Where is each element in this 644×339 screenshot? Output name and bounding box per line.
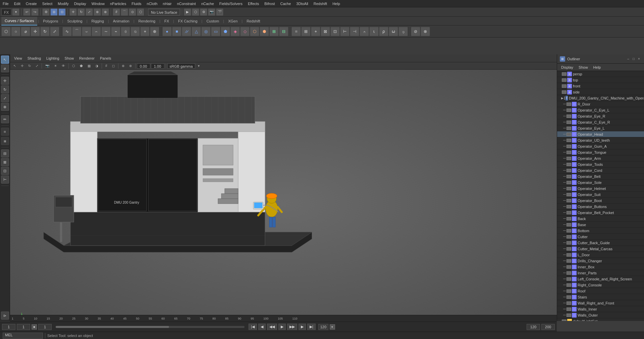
outliner-item-back[interactable]: ⬡Back [557, 216, 644, 222]
menu-select[interactable]: Select [40, 1, 55, 6]
timeline-range-bar[interactable] [56, 326, 245, 328]
next-frame-button[interactable]: ▶ [299, 324, 306, 330]
outliner-vis-35[interactable] [567, 283, 571, 287]
tb-scale[interactable]: ⤢ [86, 8, 93, 16]
shelf-op10[interactable]: ⍴ [379, 27, 388, 36]
vc-smooth[interactable]: ⬟ [78, 63, 85, 68]
tool-paint[interactable]: ✏ [1, 115, 9, 123]
outliner-item-drills-changer[interactable]: ⬡Drills_Changer [557, 258, 644, 264]
outliner-vis-40[interactable] [567, 314, 571, 317]
outliner-vis-39[interactable] [567, 308, 571, 311]
outliner-item-side[interactable]: ◉side [557, 89, 644, 95]
vc-light2[interactable]: ◑ [93, 63, 100, 68]
outliner-vis-8[interactable] [567, 121, 571, 124]
menu-display[interactable]: Display [71, 1, 89, 6]
tb-cam2[interactable]: 🎬 [216, 8, 223, 16]
undo-button[interactable]: ↩ [23, 8, 31, 16]
outliner-vis-15[interactable] [567, 163, 571, 166]
outliner-close[interactable]: × [637, 57, 641, 61]
tool-misc[interactable]: ⊳ [1, 312, 9, 320]
no-live-surface-button[interactable]: No Live Surface [148, 9, 180, 15]
menu-edit[interactable]: Edit [11, 1, 23, 6]
outliner-item-wall-right-and-front[interactable]: ⬡Wall_Right_and_Front [557, 300, 644, 306]
outliner-vis-38[interactable] [567, 301, 571, 305]
tb-btn-4[interactable]: ⊕ [94, 8, 101, 16]
tool-scale[interactable]: ⤢ [1, 94, 9, 102]
outliner-vis-17[interactable] [567, 175, 571, 178]
outliner-vis-0[interactable] [562, 72, 567, 76]
tab-xgen[interactable]: XGen [225, 17, 241, 25]
outliner-item-operator-head[interactable]: ⬡Operator_Head [557, 131, 644, 137]
outliner-item-base[interactable]: ⬡Base [557, 222, 644, 228]
outliner-item-operator-buttons[interactable]: ⬡Operator_Buttons [557, 204, 644, 210]
tab-curves-surfaces[interactable]: Curves / Surfaces [1, 17, 37, 25]
outliner-item-roof[interactable]: ⬡Roof [557, 288, 644, 294]
shelf-disc[interactable]: ⬟ [221, 27, 230, 36]
shelf-misc2[interactable]: ⊗ [421, 27, 430, 36]
play-back-button[interactable]: ◀◀ [267, 324, 277, 330]
outliner-item-inner-parts[interactable]: ⬡Inner_Parts [557, 270, 644, 276]
render-settings[interactable]: ⚙ [200, 8, 207, 16]
ol-menu-show[interactable]: Show [576, 65, 591, 70]
outliner-vis-41[interactable] [562, 320, 567, 321]
shelf-op1[interactable]: ⌗ [291, 27, 301, 36]
outliner-vis-14[interactable] [567, 157, 571, 160]
outliner-item-cutter[interactable]: ⬡Cutter [557, 234, 644, 240]
outliner-vis-19[interactable] [567, 187, 571, 190]
outliner-item-operator-boot[interactable]: ⬡Operator_Boot [557, 198, 644, 204]
outliner-vis-29[interactable] [567, 247, 571, 251]
shelf-op2[interactable]: ⊞ [301, 27, 311, 36]
outliner-item-operator-cord[interactable]: ⬡Operator_Cord [557, 167, 644, 174]
menu-fields[interactable]: Fields/Solvers [217, 1, 245, 6]
outliner-vis-18[interactable] [567, 181, 571, 184]
snap-surface[interactable]: ⬡ [137, 8, 144, 16]
vp-menu-shading[interactable]: Shading [25, 56, 44, 61]
shelf-cylinder[interactable]: ⌭ [182, 27, 191, 36]
render-btn[interactable]: ▶ [184, 8, 191, 16]
tab-fx[interactable]: FX [161, 17, 172, 25]
tool-rotate[interactable]: ↻ [1, 85, 9, 93]
outliner-item-operator-helmet[interactable]: ⬡Operator_Helmet [557, 186, 644, 192]
vc-gamma-select[interactable]: sRGB gamma [167, 63, 195, 69]
outliner-item-operator-ud-teeth[interactable]: ⬡Operator_UD_teeth [557, 137, 644, 143]
scene-canvas[interactable]: DMU 200 Gantry X Y Z [10, 70, 557, 321]
vc-val2[interactable]: 1.00 [151, 63, 164, 69]
tab-custom[interactable]: Custom [203, 17, 222, 25]
tool-transform[interactable]: ⊕ [1, 103, 9, 111]
outliner-item-walls-inner[interactable]: ⬡Walls_Inner [557, 306, 644, 312]
outliner-vis-30[interactable] [567, 253, 571, 257]
outliner-item-operator-eye-r[interactable]: ⬡Operator_Eye_R [557, 113, 644, 119]
shelf-surface5[interactable]: ⊞ [269, 27, 279, 36]
outliner-content[interactable]: ◉persp◉top◉front◉side▶▼DMU_200_Gantry_CN… [557, 71, 644, 321]
outliner-item-operator-eye-l[interactable]: ⬡Operator_Eye_L [557, 125, 644, 131]
menu-bifrost[interactable]: Bifrost [262, 1, 277, 6]
outliner-item-operator-belt-pocket[interactable]: ⬡Operator_Belt_Pocket [557, 210, 644, 216]
vc-val1[interactable]: 0.00 [137, 63, 150, 69]
shelf-curve2[interactable]: ⌒ [72, 27, 82, 36]
vc-camera-icon[interactable]: 📷 [43, 63, 51, 68]
end-frame-input[interactable]: 120 [527, 324, 540, 330]
menu-3dtoall[interactable]: 3DtoAll [293, 1, 311, 6]
shelf-select[interactable]: ⬡ [1, 27, 11, 36]
outliner-vis-6[interactable] [567, 109, 571, 112]
shelf-lasso[interactable]: ○ [11, 27, 20, 36]
shelf-curve6[interactable]: ⌁ [111, 27, 120, 36]
tab-fx-caching[interactable]: FX Caching [175, 17, 201, 25]
vc-scale-icon[interactable]: ⤢ [34, 63, 40, 68]
vc-texture[interactable]: ▦ [86, 63, 93, 68]
prev-key-button[interactable]: |◀ [249, 324, 257, 330]
menu-file[interactable]: File [0, 1, 11, 6]
menu-cache[interactable]: Cache [278, 1, 294, 6]
outliner-item-bottom[interactable]: ⬡Bottom [557, 228, 644, 234]
shelf-op3[interactable]: ⌖ [311, 27, 320, 36]
shelf-curve4[interactable]: ⌢ [92, 27, 101, 36]
outliner-vis-21[interactable] [567, 199, 571, 202]
outliner-vis-13[interactable] [567, 151, 571, 154]
fps-btn[interactable]: ▾ [330, 324, 335, 330]
prev-frame-button[interactable]: ◀ [258, 324, 266, 330]
shelf-op6[interactable]: ⊢ [340, 27, 350, 36]
menu-effects[interactable]: Effects [245, 1, 262, 6]
shelf-plane[interactable]: ▭ [211, 27, 220, 36]
outliner-vis-5[interactable] [567, 103, 571, 106]
mel-indicator[interactable]: MEL [3, 333, 43, 339]
